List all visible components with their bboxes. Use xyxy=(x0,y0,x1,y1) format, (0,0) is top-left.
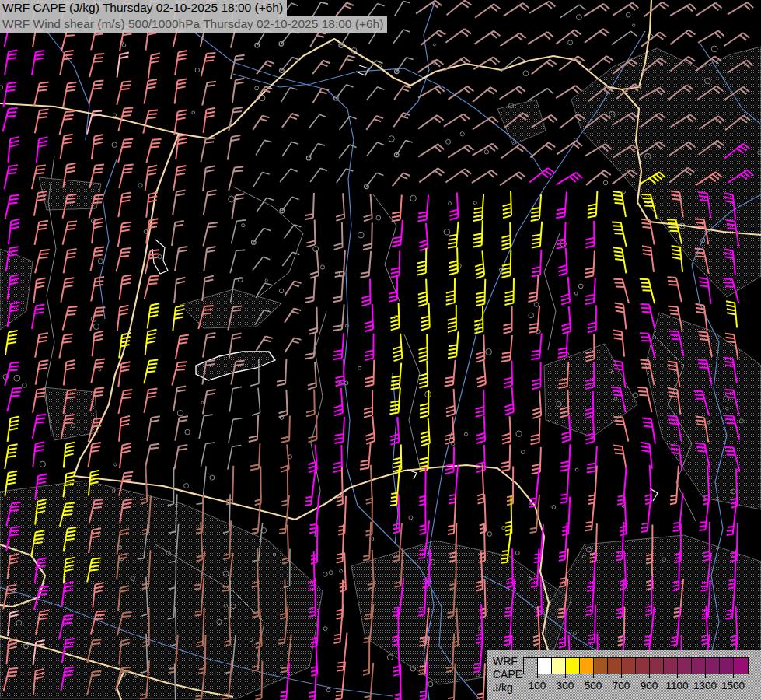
legend-tick-label: 1300 xyxy=(693,680,717,691)
legend-cell xyxy=(664,658,678,674)
legend-tick xyxy=(705,673,706,678)
map-title-block: WRF CAPE (J/kg) Thursday 02-10-2025 18:0… xyxy=(0,0,387,33)
legend-tick xyxy=(649,673,650,678)
legend-tick-label: 100 xyxy=(529,680,546,691)
map-canvas xyxy=(0,0,761,700)
title-line-windshear: WRF Wind shear (m/s) 500/1000hPa Thursda… xyxy=(0,16,387,33)
legend-tick xyxy=(537,673,538,678)
legend-title: WRF CAPE J/kg xyxy=(493,655,522,695)
legend-title-variable: CAPE xyxy=(493,668,522,681)
legend-tick-label: 700 xyxy=(613,680,630,691)
legend-cell xyxy=(678,658,692,674)
legend-tick-label: 1100 xyxy=(665,680,688,691)
legend-cell xyxy=(552,658,566,674)
legend-cell xyxy=(720,658,734,674)
legend-cell xyxy=(622,658,636,674)
legend-tick xyxy=(565,673,566,678)
legend-cell xyxy=(734,658,748,674)
legend-tick-label: 300 xyxy=(557,680,574,691)
legend-tick-label: 500 xyxy=(585,680,602,691)
legend-tick xyxy=(677,673,678,678)
legend-cell xyxy=(706,658,720,674)
legend-cell xyxy=(538,658,552,674)
legend-tick xyxy=(733,673,734,678)
legend-cell xyxy=(692,658,706,674)
legend-title-model: WRF xyxy=(493,655,522,668)
legend-cell xyxy=(524,658,538,674)
legend-cell xyxy=(636,658,650,674)
legend-cell xyxy=(650,658,664,674)
weather-map-app: WRF CAPE (J/kg) Thursday 02-10-2025 18:0… xyxy=(0,0,761,700)
legend-tick xyxy=(621,673,622,678)
legend-cell xyxy=(594,658,608,674)
cape-legend: WRF CAPE J/kg 10030050070090011001300150… xyxy=(487,650,761,700)
legend-cell xyxy=(566,658,580,674)
title-line-cape: WRF CAPE (J/kg) Thursday 02-10-2025 18:0… xyxy=(0,0,287,16)
legend-cell xyxy=(608,658,622,674)
legend-title-units: J/kg xyxy=(493,681,522,695)
legend-tick-label: 900 xyxy=(641,680,658,691)
legend-color-scale xyxy=(523,657,749,674)
legend-cell xyxy=(580,658,594,674)
legend-tick xyxy=(593,673,594,678)
legend-tick-label: 1500 xyxy=(721,680,745,691)
